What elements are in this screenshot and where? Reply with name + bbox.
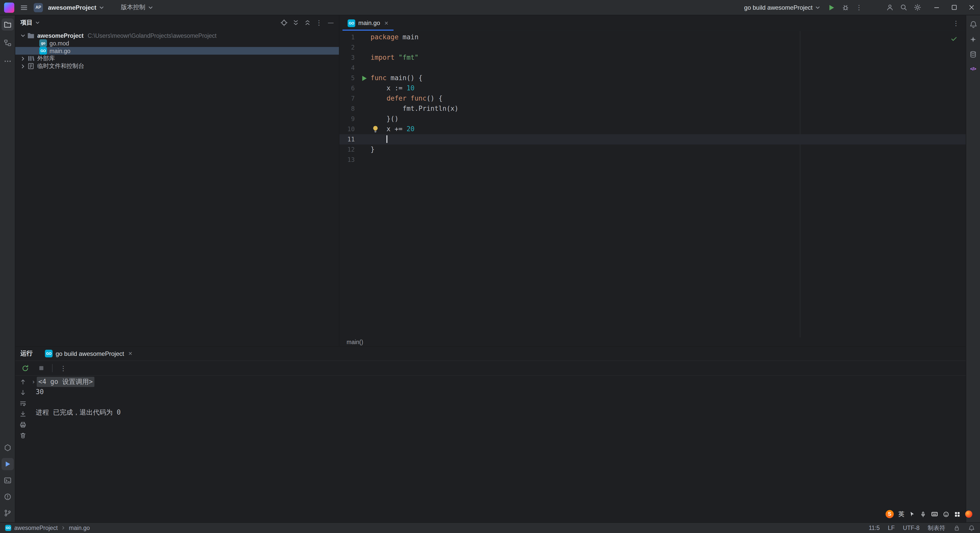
- console-output[interactable]: ›<4 go 设置调用>30进程 已完成，退出代码为 0: [30, 376, 966, 523]
- prev-occurrence-button[interactable]: [18, 378, 28, 386]
- expand-all-button[interactable]: [290, 18, 301, 27]
- line-number[interactable]: 7: [339, 95, 358, 102]
- line-number[interactable]: 4: [339, 64, 358, 72]
- print-button[interactable]: [18, 421, 28, 429]
- project-widget[interactable]: awesomeProject: [47, 2, 105, 13]
- status-breadcrumb[interactable]: GO awesomeProject main.go: [5, 525, 90, 531]
- line-number[interactable]: 11: [339, 136, 358, 143]
- run-more-options-button[interactable]: ⋮: [58, 363, 69, 374]
- intention-bulb-icon[interactable]: [372, 125, 379, 133]
- hide-panel-button[interactable]: —: [326, 18, 336, 27]
- ime-mic-icon[interactable]: [920, 511, 926, 517]
- endpoints-button[interactable]: </>: [967, 63, 979, 75]
- line-number[interactable]: 2: [339, 44, 358, 51]
- ime-skin-icon[interactable]: [965, 511, 972, 518]
- code-line[interactable]: 3import "fmt": [339, 53, 966, 63]
- close-tab-icon[interactable]: ✕: [128, 351, 132, 356]
- line-number[interactable]: 6: [339, 85, 358, 92]
- run-configuration-selector[interactable]: go build awesomeProject: [744, 4, 821, 11]
- console-folded-region[interactable]: <4 go 设置调用>: [37, 377, 94, 387]
- next-occurrence-button[interactable]: [18, 388, 28, 397]
- code-line[interactable]: 13: [339, 155, 966, 165]
- vcs-widget[interactable]: 版本控制: [110, 2, 153, 13]
- sogou-logo-icon[interactable]: S: [886, 510, 894, 518]
- code-line[interactable]: 12}: [339, 145, 966, 155]
- status-notifications-button[interactable]: [968, 525, 975, 531]
- line-number[interactable]: 13: [339, 156, 358, 163]
- run-button[interactable]: [826, 2, 837, 13]
- code-line[interactable]: 7 defer func() {: [339, 94, 966, 103]
- breadcrumb[interactable]: main(): [347, 339, 363, 345]
- select-opened-file-button[interactable]: [279, 18, 289, 27]
- line-number[interactable]: 10: [339, 126, 358, 133]
- code-line[interactable]: 4: [339, 63, 966, 73]
- rerun-button[interactable]: [19, 363, 30, 374]
- code-line[interactable]: 2: [339, 42, 966, 53]
- clear-console-button[interactable]: [18, 431, 28, 439]
- ime-pointer-icon[interactable]: [909, 511, 915, 517]
- project-tool-window-button[interactable]: [1, 18, 14, 31]
- debug-button[interactable]: [840, 2, 851, 13]
- minimize-button[interactable]: [928, 0, 945, 15]
- chevron-right-icon[interactable]: [19, 62, 27, 70]
- run-panel-tab[interactable]: GO go build awesomeProject ✕: [45, 350, 132, 357]
- code-line[interactable]: 9 }(): [339, 114, 966, 124]
- database-button[interactable]: [967, 48, 979, 60]
- project-avatar[interactable]: AP: [34, 3, 43, 12]
- ime-keyboard-icon[interactable]: [931, 511, 938, 518]
- code-line[interactable]: 11: [339, 134, 966, 145]
- project-options-button[interactable]: ⋮: [314, 18, 324, 27]
- tree-row[interactable]: awesomeProjectC:\Users\meowr\GolandProje…: [15, 32, 339, 39]
- version-control-tool-window-button[interactable]: [1, 507, 14, 519]
- code-editor[interactable]: 1package main23import "fmt"45func main()…: [339, 31, 966, 337]
- chevron-right-icon[interactable]: [19, 55, 27, 62]
- run-gutter-icon[interactable]: [358, 73, 371, 83]
- code-line[interactable]: 8 fmt.Println(x): [339, 103, 966, 114]
- terminal-tool-window-button[interactable]: [1, 474, 14, 487]
- line-number[interactable]: 12: [339, 146, 358, 153]
- line-separator-widget[interactable]: LF: [888, 525, 895, 531]
- more-actions-button[interactable]: ⋮: [853, 2, 865, 13]
- stop-button[interactable]: [36, 363, 47, 374]
- tree-row[interactable]: 临时文件和控制台: [15, 62, 339, 70]
- scroll-to-end-button[interactable]: [18, 410, 28, 418]
- read-only-toggle[interactable]: [953, 525, 960, 531]
- ime-emoji-icon[interactable]: [943, 511, 950, 517]
- maximize-button[interactable]: [945, 0, 963, 15]
- notifications-button[interactable]: [967, 18, 979, 31]
- collapse-all-button[interactable]: [302, 18, 312, 27]
- soft-wrap-button[interactable]: [18, 399, 28, 407]
- structure-tool-window-button[interactable]: [1, 37, 14, 49]
- problems-tool-window-button[interactable]: [1, 491, 14, 503]
- line-number[interactable]: 5: [339, 75, 358, 82]
- indent-widget[interactable]: 制表符: [928, 524, 945, 532]
- tree-row[interactable]: 外部库: [15, 55, 339, 62]
- encoding-widget[interactable]: UTF-8: [903, 525, 920, 531]
- ime-toolbox-icon[interactable]: [954, 511, 961, 517]
- code-line[interactable]: 10 x += 20: [339, 124, 966, 134]
- search-everywhere-button[interactable]: [898, 2, 909, 13]
- settings-button[interactable]: [912, 2, 923, 13]
- caret-position-widget[interactable]: 11:5: [869, 525, 880, 531]
- run-tool-window-button[interactable]: [1, 458, 14, 470]
- more-tool-windows-button[interactable]: [1, 55, 14, 67]
- editor-tab-main-go[interactable]: GO main.go ✕: [342, 15, 393, 31]
- close-tab-icon[interactable]: ✕: [384, 20, 388, 26]
- line-number[interactable]: 8: [339, 105, 358, 112]
- services-tool-window-button[interactable]: [1, 442, 14, 454]
- editor-tab-options-button[interactable]: ⋮: [950, 18, 962, 29]
- code-line[interactable]: 5func main() {: [339, 73, 966, 83]
- project-panel-title[interactable]: 项目: [21, 18, 33, 27]
- ime-language-mode[interactable]: 英: [898, 510, 904, 519]
- tree-row[interactable]: gogo.mod: [15, 39, 339, 47]
- ai-assistant-button[interactable]: [967, 33, 979, 45]
- line-number[interactable]: 3: [339, 54, 358, 61]
- main-menu-button[interactable]: [18, 2, 30, 13]
- run-panel-title[interactable]: 运行: [21, 349, 33, 358]
- tree-row[interactable]: GOmain.go: [15, 47, 339, 55]
- chevron-down-icon[interactable]: [19, 32, 27, 39]
- code-line[interactable]: 1package main: [339, 32, 966, 42]
- close-button[interactable]: [963, 0, 980, 15]
- code-line[interactable]: 6 x := 10: [339, 83, 966, 94]
- fold-expander-icon[interactable]: ›: [32, 377, 37, 387]
